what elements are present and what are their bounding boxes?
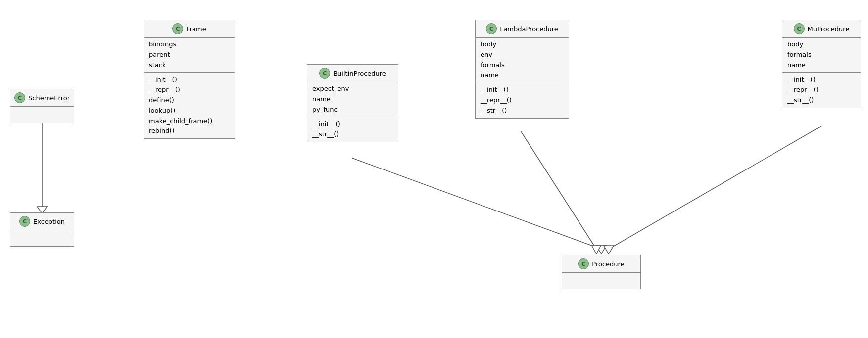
- frame-attrs: bindings parent stack: [144, 38, 235, 73]
- lambda-procedure-methods: __init__() __repr__() __str__(): [476, 83, 569, 118]
- procedure-icon: C: [578, 258, 589, 269]
- frame-method-6: rebind(): [149, 126, 230, 136]
- scheme-error-methods: [10, 115, 74, 123]
- scheme-error-class: C SchemeError: [10, 89, 74, 123]
- frame-methods: __init__() __repr__() define() lookup() …: [144, 73, 235, 138]
- frame-title: Frame: [186, 25, 206, 33]
- lambda-procedure-title: LambdaProcedure: [500, 25, 558, 33]
- lambda-procedure-class: C LambdaProcedure body env formals name …: [475, 20, 569, 119]
- procedure-class: C Procedure: [562, 255, 641, 289]
- frame-class: C Frame bindings parent stack __init__()…: [144, 20, 235, 139]
- lambda-procedure-icon: C: [486, 23, 497, 34]
- scheme-error-icon: C: [14, 92, 25, 103]
- builtin-procedure-methods: __init__() __str__(): [307, 117, 398, 142]
- builtin-procedure-attrs: expect_env name py_func: [307, 82, 398, 117]
- mu-method-2: __repr__(): [787, 85, 856, 95]
- frame-method-5: make_child_frame(): [149, 116, 230, 127]
- mu-procedure-icon: C: [794, 23, 805, 34]
- lambda-attr-1: body: [481, 40, 564, 50]
- frame-attr-3: stack: [149, 60, 230, 71]
- svg-marker-5: [592, 246, 601, 254]
- exception-icon: C: [19, 216, 30, 227]
- exception-methods: [10, 238, 74, 246]
- builtin-procedure-class: C BuiltinProcedure expect_env name py_fu…: [307, 64, 398, 142]
- mu-procedure-methods: __init__() __repr__() __str__(): [782, 73, 861, 107]
- lambda-attr-3: formals: [481, 60, 564, 71]
- mu-procedure-header: C MuProcedure: [782, 20, 861, 38]
- frame-attr-2: parent: [149, 50, 230, 60]
- builtin-method-2: __str__(): [312, 129, 393, 140]
- mu-procedure-title: MuProcedure: [808, 25, 850, 33]
- lambda-procedure-attrs: body env formals name: [476, 38, 569, 83]
- frame-method-1: __init__(): [149, 75, 230, 85]
- frame-method-3: define(): [149, 95, 230, 106]
- mu-method-1: __init__(): [787, 75, 856, 85]
- exception-title: Exception: [33, 218, 65, 225]
- svg-marker-3: [596, 246, 606, 254]
- mu-procedure-class: C MuProcedure body formals name __init__…: [782, 20, 861, 108]
- builtin-attr-2: name: [312, 94, 393, 105]
- procedure-title: Procedure: [592, 260, 624, 268]
- exception-header: C Exception: [10, 213, 74, 230]
- builtin-procedure-header: C BuiltinProcedure: [307, 65, 398, 82]
- lambda-procedure-header: C LambdaProcedure: [476, 20, 569, 38]
- diagram-container: C SchemeError C Exception C Frame bindin…: [0, 0, 868, 338]
- mu-attr-3: name: [787, 60, 856, 71]
- mu-attr-2: formals: [787, 50, 856, 60]
- procedure-header: C Procedure: [562, 255, 640, 273]
- mu-attr-1: body: [787, 40, 856, 50]
- arrows-svg: [0, 0, 868, 338]
- scheme-error-attrs: [10, 107, 74, 115]
- mu-method-3: __str__(): [787, 95, 856, 106]
- procedure-methods: [562, 281, 640, 289]
- svg-marker-7: [604, 246, 614, 254]
- lambda-method-2: __repr__(): [481, 95, 564, 106]
- frame-icon: C: [172, 23, 183, 34]
- builtin-attr-1: expect_env: [312, 84, 393, 94]
- builtin-procedure-icon: C: [319, 68, 330, 79]
- lambda-attr-2: env: [481, 50, 564, 60]
- exception-attrs: [10, 230, 74, 238]
- lambda-attr-4: name: [481, 70, 564, 81]
- lambda-method-3: __str__(): [481, 106, 564, 116]
- scheme-error-header: C SchemeError: [10, 89, 74, 107]
- builtin-method-1: __init__(): [312, 119, 393, 129]
- frame-method-2: __repr__(): [149, 85, 230, 95]
- frame-attr-1: bindings: [149, 40, 230, 50]
- scheme-error-title: SchemeError: [28, 94, 70, 102]
- frame-method-4: lookup(): [149, 106, 230, 116]
- svg-line-6: [609, 126, 821, 249]
- svg-line-4: [521, 131, 596, 249]
- exception-class: C Exception: [10, 212, 74, 247]
- builtin-procedure-title: BuiltinProcedure: [333, 70, 386, 77]
- builtin-attr-3: py_func: [312, 105, 393, 115]
- svg-line-2: [352, 158, 601, 249]
- lambda-method-1: __init__(): [481, 85, 564, 95]
- frame-header: C Frame: [144, 20, 235, 38]
- procedure-attrs: [562, 273, 640, 281]
- mu-procedure-attrs: body formals name: [782, 38, 861, 73]
